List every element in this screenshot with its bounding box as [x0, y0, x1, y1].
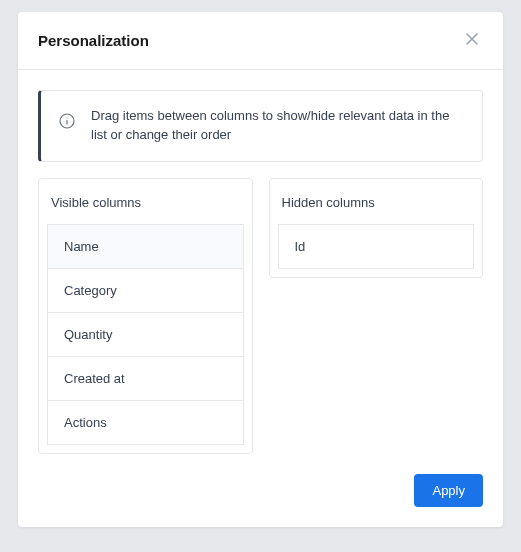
close-button[interactable]	[461, 28, 483, 53]
personalization-modal: Personalization Drag items between colum…	[18, 12, 503, 527]
hint-text: Drag items between columns to show/hide …	[91, 107, 464, 145]
columns-row: Visible columns NameCategoryQuantityCrea…	[38, 178, 483, 454]
list-item[interactable]: Actions	[47, 401, 244, 445]
apply-button[interactable]: Apply	[414, 474, 483, 507]
hidden-columns-list[interactable]: Id	[278, 224, 475, 269]
info-icon	[59, 113, 75, 133]
list-item[interactable]: Name	[47, 224, 244, 269]
svg-point-3	[66, 117, 67, 118]
visible-columns-header: Visible columns	[47, 187, 244, 224]
close-icon	[465, 32, 479, 49]
list-item[interactable]: Id	[278, 224, 475, 269]
hidden-columns-panel: Hidden columns Id	[269, 178, 484, 278]
list-item[interactable]: Category	[47, 269, 244, 313]
modal-header: Personalization	[18, 12, 503, 70]
modal-body: Drag items between columns to show/hide …	[18, 70, 503, 474]
hint-box: Drag items between columns to show/hide …	[38, 90, 483, 162]
visible-columns-list[interactable]: NameCategoryQuantityCreated atActions	[47, 224, 244, 445]
modal-footer: Apply	[18, 474, 503, 527]
hidden-columns-header: Hidden columns	[278, 187, 475, 224]
visible-columns-panel: Visible columns NameCategoryQuantityCrea…	[38, 178, 253, 454]
list-item[interactable]: Created at	[47, 357, 244, 401]
modal-title: Personalization	[38, 32, 149, 49]
list-item[interactable]: Quantity	[47, 313, 244, 357]
